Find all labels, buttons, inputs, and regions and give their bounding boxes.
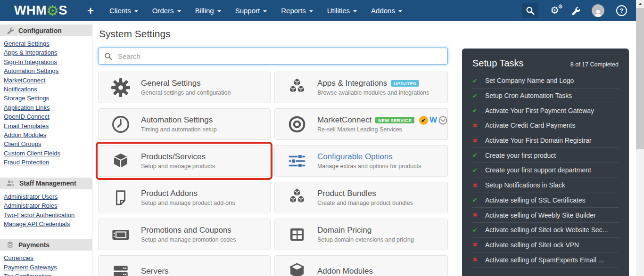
system-settings-gears-icon[interactable]: ⚙⚙: [550, 6, 559, 16]
sidebar-link[interactable]: Manage API Credentials: [4, 219, 89, 228]
main-content: System Settings General Settings General…: [98, 21, 448, 276]
setup-task-item[interactable]: ✖Activate Your First Domain Registrar: [472, 133, 619, 148]
scrollbar-thumb[interactable]: [636, 8, 644, 149]
nav-menu-billing[interactable]: Billing: [188, 0, 228, 21]
box-3d-icon: [107, 152, 134, 170]
sidebar-link[interactable]: OpenID Connect: [4, 112, 89, 121]
check-icon: ✔: [472, 152, 480, 159]
card-title: General Settings: [141, 79, 231, 88]
nav-menu-utilities[interactable]: Utilities: [320, 0, 364, 21]
card-subtitle: Re-sell Market Leading Services: [317, 126, 447, 133]
card-automation-settings[interactable]: Automation Settings Timing and automatio…: [98, 108, 271, 140]
sidebar-link[interactable]: Client Groups: [4, 139, 89, 148]
card-general-settings[interactable]: General Settings General settings and co…: [98, 72, 271, 103]
setup-task-item[interactable]: ✖Activate Credit Card Payments: [472, 118, 619, 133]
sidebar-link[interactable]: Automation Settings: [4, 66, 89, 75]
setup-task-item[interactable]: ✖Activate selling of SpamExperts Email .…: [472, 252, 619, 268]
card-domain-pricing[interactable]: Domain Pricing Setup domain extensions a…: [274, 219, 448, 250]
setup-task-item[interactable]: ✔Create your first support department: [472, 163, 619, 178]
setup-task-item[interactable]: ✖Activate selling of SiteLock VPN: [472, 238, 619, 253]
sidebar-link[interactable]: Payment Gateways: [4, 263, 89, 272]
card-subtitle: Create and manage product bundles: [317, 200, 413, 206]
sidebar-link[interactable]: Apps & Integrations: [4, 48, 89, 57]
cross-icon: ✖: [472, 137, 480, 144]
cross-icon: ✖: [472, 122, 480, 129]
card-subtitle: Setup domain extensions and pricing: [317, 236, 414, 243]
setup-task-item[interactable]: ✖Setup Notifications in Slack: [472, 178, 619, 193]
nav-menu-support[interactable]: Support: [228, 0, 274, 21]
card-apps-integrations[interactable]: Apps & IntegrationsUPDATED Browse availa…: [274, 72, 448, 103]
card-title: MarketConnect NEW SERVICE ✔ W: [317, 115, 447, 125]
card-subtitle: Manage extras and options for products: [317, 163, 421, 170]
setup-task-item[interactable]: ✔Activate selling of SSL Certificates: [472, 193, 619, 208]
sidebar-link[interactable]: Currencies: [4, 253, 89, 262]
chevron-down-icon: [353, 10, 357, 12]
sidebar-link[interactable]: General Settings: [4, 39, 89, 48]
search-icon[interactable]: [522, 3, 538, 18]
sidebar-link[interactable]: Two-Factor Authentication: [4, 211, 89, 219]
sliders-icon: [283, 151, 311, 171]
card-promotions-coupons[interactable]: Promotions and Coupons Setup and manage …: [98, 219, 271, 250]
window-scrollbar[interactable]: [636, 0, 644, 276]
sidebar-link[interactable]: Email Templates: [4, 122, 89, 130]
setup-task-item[interactable]: ✔Setup Cron Automation Tasks: [472, 89, 619, 104]
setup-tasks-progress: 8 of 17 Completed: [570, 61, 619, 68]
setup-tasks-list: ✔Set Company Name and Logo✔Setup Cron Au…: [472, 73, 619, 268]
card-products-services[interactable]: Products/Services Setup and manage produ…: [98, 145, 271, 177]
nav-menu-addons[interactable]: Addons: [364, 0, 409, 21]
sidebar-link[interactable]: Custom Client Fields: [4, 149, 89, 158]
card-servers[interactable]: Servers: [98, 255, 271, 276]
cross-icon: ✖: [472, 182, 480, 189]
sidebar-link[interactable]: Fraud Protection: [4, 158, 89, 167]
setup-task-item[interactable]: ✔Activate Your First Payment Gateway: [472, 103, 619, 118]
card-title: Products/Services: [141, 152, 215, 162]
scroll-up-button[interactable]: [636, 0, 644, 8]
card-title: Product Bundles: [317, 189, 413, 198]
sidebar-link[interactable]: Administrator Users: [4, 192, 89, 201]
nav-menus: Clients Orders Billing Support Reports U…: [102, 0, 409, 21]
card-marketconnect[interactable]: MarketConnect NEW SERVICE ✔ W Re-sell Ma…: [274, 108, 448, 140]
setup-task-item[interactable]: ✖Activate selling of Weebly Site Builder: [472, 208, 619, 223]
nav-menu-clients[interactable]: Clients: [102, 0, 145, 21]
weebly-icon: W: [429, 115, 437, 125]
nav-menu-reports[interactable]: Reports: [274, 0, 320, 21]
whmcs-logo[interactable]: WHM⚙S: [14, 3, 67, 18]
sidebar-link[interactable]: Tax Configuration: [4, 272, 89, 276]
table-icon: [283, 225, 311, 244]
sidebar-link[interactable]: Notifications: [4, 85, 89, 94]
sidebar-link[interactable]: Sign-In Integrations: [4, 57, 89, 66]
updated-badge: UPDATED: [391, 80, 419, 87]
setup-task-item[interactable]: ✔Create your first product: [472, 148, 619, 163]
setup-task-item[interactable]: ✔Set Company Name and Logo: [472, 73, 619, 89]
card-title: Domain Pricing: [317, 226, 414, 235]
card-title: Promotions and Coupons: [141, 226, 236, 235]
utilities-wrench-icon[interactable]: [571, 6, 580, 15]
task-label: Activate Your First Domain Registrar: [485, 137, 592, 144]
sidebar-link[interactable]: MarketConnect: [4, 76, 89, 85]
user-avatar[interactable]: [592, 4, 604, 17]
check-icon: ✔: [472, 167, 480, 174]
setup-task-item[interactable]: ✔Activate selling of SiteLock Website Se…: [472, 223, 619, 238]
server-icon: [107, 261, 134, 276]
open-box-icon: [283, 262, 311, 276]
top-navbar: WHM⚙S + Clients Orders Billing Support R…: [0, 0, 644, 21]
quick-add-button[interactable]: +: [83, 4, 99, 17]
symantec-icon: ✔: [419, 116, 428, 125]
sidebar-link[interactable]: Application Links: [4, 103, 89, 112]
search-input[interactable]: [117, 52, 442, 61]
sidebar-link[interactable]: Addon Modules: [4, 130, 89, 139]
partner-icons: ✔ W: [419, 115, 447, 125]
sidebar-link[interactable]: Storage Settings: [4, 94, 89, 103]
chevron-down-icon: [217, 10, 221, 12]
help-icon[interactable]: ?: [616, 5, 627, 16]
card-product-addons[interactable]: Product Addons Setup and manage product …: [98, 182, 271, 213]
cross-icon: ✖: [472, 211, 480, 219]
card-configurable-options[interactable]: Configurable Options Manage extras and o…: [274, 145, 448, 177]
sidebar-link[interactable]: Administrator Roles: [4, 201, 89, 210]
nav-menu-orders[interactable]: Orders: [145, 0, 188, 21]
nav-icon-group: ⚙⚙ ?: [522, 3, 627, 18]
card-product-bundles[interactable]: Product Bundles Create and manage produc…: [274, 182, 448, 213]
card-title: Automation Settings: [141, 115, 217, 125]
card-title: Servers: [141, 267, 169, 276]
card-addon-modules[interactable]: Addon Modules: [274, 255, 448, 276]
